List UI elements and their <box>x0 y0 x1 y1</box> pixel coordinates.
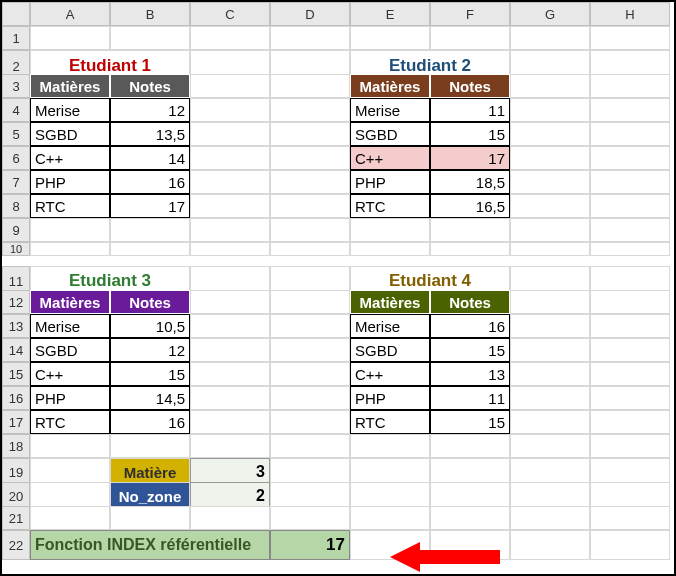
cell[interactable] <box>110 242 190 256</box>
row-header[interactable]: 5 <box>2 122 30 146</box>
cell[interactable] <box>190 74 270 98</box>
row-header[interactable]: 17 <box>2 410 30 434</box>
table-cell[interactable]: 14,5 <box>110 386 190 410</box>
cell[interactable] <box>590 194 670 218</box>
table-cell[interactable]: 18,5 <box>430 170 510 194</box>
cell[interactable] <box>350 218 430 242</box>
cell[interactable] <box>190 170 270 194</box>
cell[interactable] <box>110 218 190 242</box>
cell[interactable] <box>350 530 430 560</box>
row-header[interactable]: 14 <box>2 338 30 362</box>
cell[interactable] <box>190 218 270 242</box>
cell[interactable] <box>190 314 270 338</box>
row-header[interactable]: 6 <box>2 146 30 170</box>
cell[interactable] <box>110 506 190 530</box>
table-cell[interactable]: C++ <box>30 362 110 386</box>
cell[interactable] <box>430 506 510 530</box>
table-cell[interactable]: RTC <box>30 194 110 218</box>
table-cell[interactable]: Merise <box>30 314 110 338</box>
cell[interactable] <box>270 26 350 50</box>
cell[interactable] <box>270 218 350 242</box>
cell[interactable] <box>30 26 110 50</box>
cell[interactable] <box>510 74 590 98</box>
cell[interactable] <box>590 362 670 386</box>
table-cell[interactable]: Merise <box>350 314 430 338</box>
cell[interactable] <box>590 338 670 362</box>
table-cell[interactable]: 14 <box>110 146 190 170</box>
cell[interactable] <box>190 194 270 218</box>
table-cell[interactable]: 17 <box>110 194 190 218</box>
cell[interactable] <box>510 338 590 362</box>
table-cell[interactable]: PHP <box>350 386 430 410</box>
cell[interactable] <box>590 98 670 122</box>
cell[interactable] <box>270 146 350 170</box>
cell[interactable] <box>270 362 350 386</box>
row-header[interactable]: 4 <box>2 98 30 122</box>
table-cell[interactable]: 15 <box>110 362 190 386</box>
cell[interactable] <box>190 146 270 170</box>
cell[interactable] <box>270 314 350 338</box>
cell[interactable] <box>430 242 510 256</box>
cell[interactable] <box>430 530 510 560</box>
col-header[interactable]: B <box>110 2 190 26</box>
result-value[interactable]: 17 <box>270 530 350 560</box>
cell[interactable] <box>270 242 350 256</box>
cell[interactable] <box>190 98 270 122</box>
cell[interactable] <box>590 218 670 242</box>
row-header[interactable]: 10 <box>2 242 30 256</box>
row-header[interactable]: 16 <box>2 386 30 410</box>
table-cell[interactable]: 15 <box>430 410 510 434</box>
cell[interactable] <box>430 26 510 50</box>
cell[interactable] <box>270 386 350 410</box>
row-header[interactable]: 18 <box>2 434 30 458</box>
cell[interactable] <box>430 218 510 242</box>
cell[interactable] <box>190 362 270 386</box>
table-cell[interactable]: 10,5 <box>110 314 190 338</box>
table-cell[interactable]: C++ <box>350 362 430 386</box>
cell[interactable] <box>270 122 350 146</box>
row-header[interactable]: 12 <box>2 290 30 314</box>
cell[interactable] <box>270 410 350 434</box>
cell[interactable] <box>190 338 270 362</box>
cell[interactable] <box>30 242 110 256</box>
cell[interactable] <box>590 242 670 256</box>
row-header[interactable]: 15 <box>2 362 30 386</box>
cell[interactable] <box>590 530 670 560</box>
cell[interactable] <box>510 194 590 218</box>
table-cell[interactable]: 11 <box>430 386 510 410</box>
row-header[interactable]: 13 <box>2 314 30 338</box>
cell[interactable] <box>590 170 670 194</box>
col-header[interactable]: C <box>190 2 270 26</box>
cell[interactable] <box>270 170 350 194</box>
cell[interactable] <box>30 434 110 458</box>
cell[interactable] <box>590 506 670 530</box>
table-cell[interactable]: 16 <box>110 170 190 194</box>
cell[interactable] <box>350 242 430 256</box>
cell[interactable] <box>510 530 590 560</box>
col-header[interactable]: D <box>270 2 350 26</box>
cell[interactable] <box>190 386 270 410</box>
row-header[interactable]: 22 <box>2 530 30 560</box>
cell[interactable] <box>510 314 590 338</box>
col-header[interactable]: G <box>510 2 590 26</box>
cell[interactable] <box>510 434 590 458</box>
cell[interactable] <box>590 146 670 170</box>
table-cell[interactable]: Merise <box>350 98 430 122</box>
cell[interactable] <box>270 434 350 458</box>
select-all-corner[interactable] <box>2 2 30 26</box>
table-cell[interactable]: 15 <box>430 338 510 362</box>
cell[interactable] <box>510 386 590 410</box>
table-cell[interactable]: PHP <box>30 386 110 410</box>
cell[interactable] <box>350 26 430 50</box>
table-cell[interactable]: SGBD <box>350 338 430 362</box>
table-cell[interactable]: RTC <box>350 194 430 218</box>
table-cell[interactable]: 16,5 <box>430 194 510 218</box>
row-header[interactable]: 9 <box>2 218 30 242</box>
table-cell[interactable]: 16 <box>110 410 190 434</box>
cell[interactable] <box>270 194 350 218</box>
table-cell[interactable]: 12 <box>110 338 190 362</box>
cell[interactable] <box>510 146 590 170</box>
cell[interactable] <box>510 242 590 256</box>
cell[interactable] <box>590 74 670 98</box>
cell[interactable] <box>350 434 430 458</box>
